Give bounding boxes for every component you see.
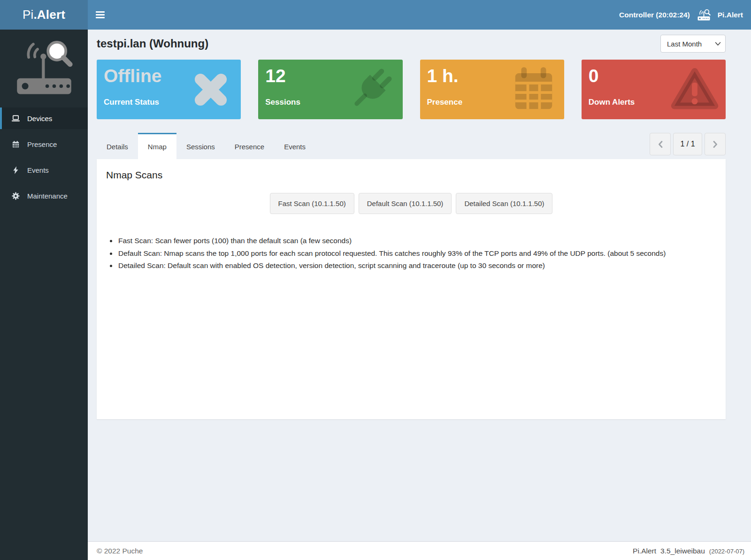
footer-app-version: 3.5_leiweibau <box>660 547 705 555</box>
stat-cards: Offline Current Status 12 Sessions <box>97 60 726 119</box>
card-presence: 1 h. Presence <box>420 60 564 119</box>
bolt-icon <box>11 166 20 175</box>
main-area: testpi.lan (Wohnung) Last Month Offline … <box>88 30 751 560</box>
sidebar-item-label: Maintenance <box>27 192 68 200</box>
footer: © 2022 Puche Pi.Alert 3.5_leiweibau (202… <box>88 541 751 560</box>
calendar-icon <box>509 65 559 115</box>
router-scan-logo-icon <box>13 39 75 98</box>
footer-app-name: Pi.Alert <box>633 547 656 555</box>
sidebar-menu: Devices <box>0 107 88 211</box>
device-tabs: Details Nmap Sessions Presence Events <box>97 133 315 159</box>
sidebar-item-presence[interactable]: Presence <box>0 133 88 155</box>
warning-icon <box>669 64 720 115</box>
scan-note-fast: Fast Scan: Scan fewer ports (100) than t… <box>117 235 719 247</box>
brand-label: Pi.Alert <box>718 11 743 19</box>
sidebar-item-label: Presence <box>27 140 57 148</box>
card-label: Current Status <box>104 98 159 107</box>
detailed-scan-button[interactable]: Detailed Scan (10.1.1.50) <box>456 193 552 214</box>
router-scan-icon <box>697 8 713 21</box>
app-logo-text-bold: .Alert <box>33 8 65 22</box>
card-down-alerts: 0 Down Alerts <box>582 60 726 119</box>
pager-page-indicator: 1 / 1 <box>673 133 702 155</box>
gear-icon <box>11 192 20 200</box>
app-logo[interactable]: Pi.Alert <box>0 0 88 30</box>
card-label: Sessions <box>265 98 300 107</box>
card-label: Down Alerts <box>589 98 635 107</box>
chevron-right-icon <box>713 140 718 148</box>
sidebar: Devices <box>0 30 88 560</box>
device-pager: 1 / 1 <box>650 133 726 155</box>
laptop-icon <box>11 114 20 123</box>
sidebar-item-label: Devices <box>27 115 52 123</box>
period-select[interactable]: Last Month <box>660 35 726 53</box>
sidebar-item-events[interactable]: Events <box>0 159 88 181</box>
hamburger-icon <box>96 14 105 15</box>
sidebar-item-devices[interactable]: Devices <box>0 107 88 129</box>
content: testpi.lan (Wohnung) Last Month Offline … <box>97 30 726 419</box>
scan-note-default: Default Scan: Nmap scans the top 1,000 p… <box>117 247 719 260</box>
footer-copyright: © 2022 Puche <box>97 547 143 555</box>
hamburger-icon <box>96 11 105 13</box>
sidebar-logo <box>0 30 88 102</box>
sidebar-item-maintenance[interactable]: Maintenance <box>0 185 88 207</box>
app-logo-text-thin: Pi <box>23 8 34 22</box>
plug-icon <box>345 63 397 116</box>
chevron-left-icon <box>658 140 663 148</box>
sidebar-toggle-button[interactable] <box>88 0 112 30</box>
default-scan-button[interactable]: Default Scan (10.1.1.50) <box>359 193 452 214</box>
period-select-wrap: Last Month <box>660 35 726 53</box>
xmark-icon <box>186 65 235 114</box>
controller-status-link[interactable]: Controller (20:02:24) <box>619 11 690 19</box>
tab-details[interactable]: Details <box>97 133 138 159</box>
calendar-icon <box>11 140 20 149</box>
pager-prev-button[interactable] <box>650 133 671 155</box>
tab-sessions[interactable]: Sessions <box>176 133 225 159</box>
card-sessions: 12 Sessions <box>258 60 402 119</box>
navbar-body: Controller (20:02:24) <box>88 0 751 30</box>
tab-events[interactable]: Events <box>274 133 315 159</box>
nmap-panel: Nmap Scans Fast Scan (10.1.1.50) Default… <box>97 159 726 419</box>
card-current-status: Offline Current Status <box>97 60 241 119</box>
pi-alert-app: Pi.Alert Controller (20:02:24) <box>0 0 751 560</box>
scan-notes: Fast Scan: Scan fewer ports (100) than t… <box>106 235 719 272</box>
page-title: testpi.lan (Wohnung) <box>97 37 208 50</box>
footer-version-info: Pi.Alert 3.5_leiweibau (2022-07-07) <box>633 547 744 555</box>
pager-next-button[interactable] <box>705 133 726 155</box>
tab-presence[interactable]: Presence <box>225 133 274 159</box>
panel-title: Nmap Scans <box>106 169 719 181</box>
top-navbar: Pi.Alert Controller (20:02:24) <box>0 0 751 30</box>
scan-buttons: Fast Scan (10.1.1.50) Default Scan (10.1… <box>103 193 719 214</box>
fast-scan-button[interactable]: Fast Scan (10.1.1.50) <box>270 193 354 214</box>
sidebar-item-label: Events <box>27 166 49 174</box>
tab-nmap[interactable]: Nmap <box>138 133 176 159</box>
footer-app-date: (2022-07-07) <box>709 548 744 555</box>
scan-note-detailed: Detailed Scan: Default scan with enabled… <box>117 260 719 272</box>
navbar-right: Controller (20:02:24) <box>619 8 751 21</box>
pialert-brand-link[interactable]: Pi.Alert <box>697 8 743 21</box>
tabs-row: Details Nmap Sessions Presence Events 1 … <box>97 133 726 159</box>
hamburger-icon <box>96 17 105 18</box>
card-label: Presence <box>427 98 463 107</box>
